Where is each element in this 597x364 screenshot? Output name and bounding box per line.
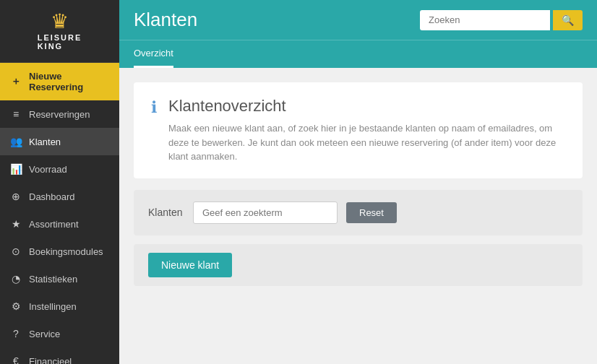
logo-text: LEISURE KING — [38, 33, 82, 51]
sidebar-item-label: Service — [29, 329, 60, 339]
sidebar-item-label: Voorraad — [29, 164, 67, 175]
sidebar-item-label: Statistieken — [29, 274, 77, 285]
sidebar-item-reserveringen[interactable]: ≡ Reserveringen — [0, 100, 119, 128]
sidebar-item-service[interactable]: ? Service — [0, 320, 119, 347]
sidebar-item-klanten[interactable]: 👥 Klanten — [0, 128, 119, 155]
header-search: 🔍 — [420, 10, 583, 30]
modules-icon: ⊙ — [10, 246, 22, 257]
dashboard-icon: ⊕ — [10, 191, 22, 202]
star-icon: ★ — [10, 218, 22, 230]
logo-crown-icon: ♛ — [51, 12, 69, 32]
euro-icon: € — [10, 355, 22, 364]
sidebar-item-label: Instellingen — [29, 301, 77, 312]
tab-bar: Overzicht — [119, 40, 597, 68]
plus-icon: ＋ — [10, 75, 22, 88]
info-icon: ℹ — [151, 98, 157, 164]
sidebar-item-assortiment[interactable]: ★ Assortiment — [0, 210, 119, 238]
info-content: Klantenoverzicht Maak een nieuwe klant a… — [168, 97, 565, 164]
page-title: Klanten — [134, 9, 408, 31]
customer-search-row: Klanten Reset — [134, 190, 583, 235]
sidebar-item-financieel[interactable]: € Financieel — [0, 347, 119, 364]
sidebar-item-nieuwe-reservering[interactable]: ＋ Nieuwe Reservering — [0, 63, 119, 100]
sidebar-item-dashboard[interactable]: ⊕ Dashboard — [0, 183, 119, 210]
search-button[interactable]: 🔍 — [553, 10, 583, 30]
action-row: Nieuwe klant — [134, 244, 583, 286]
content-area: ℹ Klantenoverzicht Maak een nieuwe klant… — [119, 68, 597, 364]
list-icon: ≡ — [10, 108, 22, 120]
sidebar-item-statistieken[interactable]: ◔ Statistieken — [0, 265, 119, 292]
content-title: Klantenoverzicht — [168, 97, 565, 116]
sidebar-item-voorraad[interactable]: 📊 Voorraad — [0, 155, 119, 183]
sidebar-item-label: Assortiment — [29, 219, 79, 230]
gear-icon: ⚙ — [10, 300, 22, 312]
sidebar-item-label: Nieuwe Reservering — [29, 71, 109, 92]
info-description: Maak een nieuwe klant aan, of zoek hier … — [168, 121, 565, 164]
users-icon: 👥 — [10, 136, 22, 147]
info-box: ℹ Klantenoverzicht Maak een nieuwe klant… — [134, 82, 583, 178]
klanten-search-input[interactable] — [193, 202, 338, 224]
page-header: Klanten 🔍 — [119, 0, 597, 40]
search-input[interactable] — [420, 10, 550, 30]
nieuwe-klant-button[interactable]: Nieuwe klant — [148, 253, 232, 277]
main-panel: Klanten 🔍 Overzicht ℹ Klantenoverzicht M… — [119, 0, 597, 364]
klanten-label: Klanten — [148, 207, 184, 218]
sidebar-nav: ＋ Nieuwe Reservering ≡ Reserveringen 👥 K… — [0, 63, 119, 364]
reset-button[interactable]: Reset — [346, 202, 397, 223]
sidebar-item-boekingsmodules[interactable]: ⊙ Boekingsmodules — [0, 238, 119, 265]
logo-area: ♛ LEISURE KING — [0, 0, 119, 63]
sidebar-item-label: Klanten — [29, 136, 61, 147]
sidebar-item-label: Reserveringen — [29, 109, 90, 120]
inventory-icon: 📊 — [10, 163, 22, 175]
sidebar-item-instellingen[interactable]: ⚙ Instellingen — [0, 292, 119, 320]
help-icon: ? — [10, 328, 22, 339]
tab-overzicht[interactable]: Overzicht — [134, 40, 173, 68]
sidebar-item-label: Financieel — [29, 356, 72, 365]
stats-icon: ◔ — [10, 273, 22, 285]
sidebar: ♛ LEISURE KING ＋ Nieuwe Reservering ≡ Re… — [0, 0, 119, 364]
sidebar-item-label: Dashboard — [29, 191, 75, 202]
sidebar-item-label: Boekingsmodules — [29, 246, 103, 257]
